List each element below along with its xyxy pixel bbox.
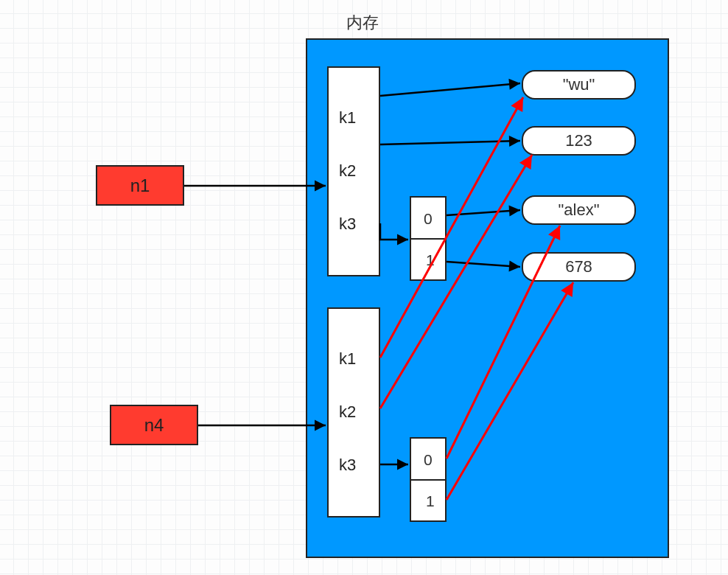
value-wu: "wu" (522, 70, 636, 100)
value-678-text: 678 (565, 257, 592, 276)
dict2-key-k3: k3 (339, 456, 356, 475)
memory-title: 内存 (346, 12, 379, 34)
list2-divider (410, 479, 447, 481)
dict2-key-k1: k1 (339, 349, 356, 369)
value-123: 123 (522, 126, 636, 156)
variable-n4-label: n4 (144, 415, 164, 436)
value-678: 678 (522, 252, 636, 282)
dict1-key-k3: k3 (339, 215, 356, 234)
list1-divider (410, 238, 447, 240)
value-alex: "alex" (522, 195, 636, 225)
list2-index-0: 0 (424, 451, 433, 469)
list1-index-1: 1 (426, 251, 435, 269)
list1-index-0: 0 (424, 210, 433, 228)
variable-n4: n4 (110, 405, 198, 445)
dict1-key-k2: k2 (339, 161, 356, 181)
variable-n1: n1 (96, 165, 184, 206)
dict2-key-k2: k2 (339, 402, 356, 422)
variable-n1-label: n1 (130, 175, 150, 196)
value-alex-text: "alex" (559, 201, 600, 220)
diagram-canvas: 内存 n1 n4 k1 k2 k3 k1 k2 k3 0 1 0 1 "wu" … (0, 0, 728, 575)
value-123-text: 123 (565, 131, 592, 150)
dict1-key-k1: k1 (339, 108, 356, 128)
value-wu-text: "wu" (563, 75, 595, 94)
list2-index-1: 1 (426, 492, 435, 510)
